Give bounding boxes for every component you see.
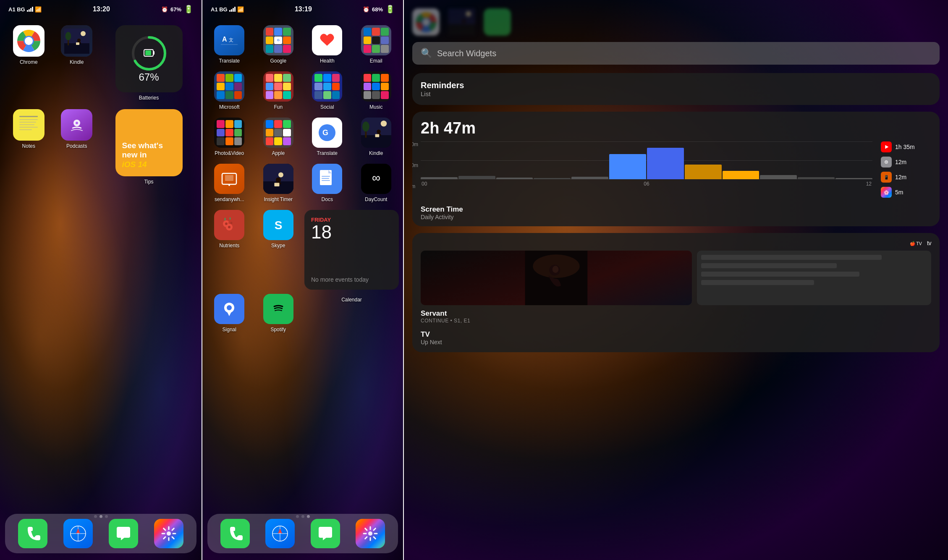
svg-point-3 xyxy=(25,37,33,45)
dock-messages-2[interactable] xyxy=(311,519,340,548)
app-health[interactable]: Health xyxy=(304,25,350,64)
app-google-folder[interactable]: G Google xyxy=(256,25,301,64)
chart-bars xyxy=(421,141,872,179)
app-notes[interactable]: Notes xyxy=(7,109,51,185)
calendar-widget[interactable]: FRIDAY 18 No more events today xyxy=(304,210,399,290)
svg-rect-58 xyxy=(225,175,233,181)
social-folder-icon xyxy=(312,71,342,102)
email-label: Email xyxy=(370,58,382,64)
app-signal[interactable]: Signal xyxy=(207,294,252,332)
svg-point-107 xyxy=(466,11,471,17)
app-spotify[interactable]: Spotify xyxy=(256,294,301,332)
st-app-youtube: 1h 35m xyxy=(881,141,931,152)
tv-widget-title: TV xyxy=(421,330,931,339)
battery-widget[interactable]: 67% xyxy=(115,25,183,92)
settings-time: 12m xyxy=(895,159,906,165)
svg-point-63 xyxy=(278,172,283,177)
screen-time-widget[interactable]: 2h 47m 60m 30m 0m xyxy=(412,112,940,226)
dock-phone[interactable] xyxy=(18,519,47,548)
screen-time-chart: 60m 30m 0m xyxy=(421,141,872,198)
tv-thumb-2[interactable] xyxy=(697,251,931,305)
app-nutrients[interactable]: Nutrients xyxy=(207,210,252,290)
app-music-folder[interactable]: Music xyxy=(354,71,399,110)
app-podcasts[interactable]: Podcasts xyxy=(55,109,99,185)
bar-9 xyxy=(760,175,797,179)
app-sendanywhere[interactable]: sendanywh... xyxy=(207,164,252,202)
app-social-folder[interactable]: Social xyxy=(304,71,350,110)
svg-point-111 xyxy=(886,162,887,162)
svg-rect-80 xyxy=(230,217,230,220)
app-daycount[interactable]: ∞ DayCount xyxy=(354,164,399,202)
row2-phone1: Notes Podcasts See what' xyxy=(7,109,195,185)
svg-line-99 xyxy=(374,537,375,539)
microsoft-folder-icon xyxy=(214,71,244,102)
svg-point-54 xyxy=(377,130,381,134)
st-app-photos: 🌸 5m xyxy=(881,187,931,198)
tips-line2: new in xyxy=(122,150,176,160)
app-photovideo-folder[interactable]: Photo&Video xyxy=(207,118,252,156)
svg-line-38 xyxy=(172,529,174,530)
reminders-widget[interactable]: Reminders List xyxy=(412,73,940,105)
app-chrome[interactable]: Chrome xyxy=(7,25,51,101)
youtube-icon xyxy=(881,141,892,152)
app-microsoft-folder[interactable]: Microsoft xyxy=(207,71,252,110)
tips-widget[interactable]: See what's new in iOS 14 xyxy=(115,109,183,176)
row4-phone2: sendanywh... Insight Timer xyxy=(207,164,399,202)
bar-8 xyxy=(723,171,759,179)
app-gtranslate[interactable]: G Translate xyxy=(304,118,350,156)
kindle-icon xyxy=(61,25,92,57)
app-translate[interactable]: A 文 Translate xyxy=(207,25,252,64)
email-folder-icon xyxy=(361,25,391,55)
app-insight-timer[interactable]: Insight Timer xyxy=(256,164,301,202)
status-bar-1: A1 BG 📶 13:20 ⏰ 67% 🔋 xyxy=(0,0,202,18)
svg-text:🍎 TV: 🍎 TV xyxy=(910,241,922,246)
x-labels: 00 06 12 xyxy=(421,181,872,187)
time-1: 13:20 xyxy=(93,5,110,13)
svg-point-59 xyxy=(228,184,230,186)
svg-point-9 xyxy=(65,32,71,40)
svg-line-36 xyxy=(164,529,165,530)
podcasts-icon xyxy=(61,109,92,141)
battery-percent-status-1: 67% xyxy=(170,6,181,13)
tv-widget[interactable]: 🍎 TV tv xyxy=(412,233,940,352)
row1-phone2: A 文 Translate G xyxy=(207,25,399,64)
phone-1: A1 BG 📶 13:20 ⏰ 67% 🔋 xyxy=(0,0,202,560)
app-skype[interactable]: S Skype xyxy=(256,210,301,290)
panel-chrome-icon xyxy=(412,8,440,36)
dock-photos[interactable] xyxy=(154,519,183,548)
alarm-icon-1: ⏰ xyxy=(161,6,168,13)
svg-marker-109 xyxy=(885,145,888,149)
nutrients-icon xyxy=(214,210,244,240)
row6-phone2: Signal Spotify Calendar xyxy=(207,294,399,332)
google-folder-icon: G xyxy=(263,25,293,55)
dock-safari-2[interactable] xyxy=(265,519,295,548)
x-label-00: 00 xyxy=(422,181,427,187)
app-kindle2[interactable]: Kindle xyxy=(354,118,399,156)
status-right-1: ⏰ 67% 🔋 xyxy=(161,5,193,14)
bar-5 xyxy=(609,154,646,179)
svg-point-108 xyxy=(462,19,466,23)
calendar-label-area: Calendar xyxy=(304,294,399,332)
search-bar[interactable]: 🔍 Search Widgets xyxy=(412,42,940,65)
app-docs[interactable]: Docs xyxy=(304,164,350,202)
svg-rect-22 xyxy=(19,124,34,125)
dock-phone-2[interactable] xyxy=(220,519,250,548)
screen-time-content: 2h 47m 60m 30m 0m xyxy=(412,112,940,205)
battery-ring xyxy=(130,34,168,72)
tv-show-info: Servant CONTINUE • S1, E1 xyxy=(412,305,940,330)
panel-top-apps xyxy=(412,4,940,42)
dock-photos-2[interactable] xyxy=(356,519,385,548)
dock-messages[interactable] xyxy=(109,519,138,548)
signal-label: Signal xyxy=(223,327,236,332)
svg-point-51 xyxy=(381,120,387,126)
app-kindle[interactable]: Kindle xyxy=(55,25,99,101)
notes-icon xyxy=(13,109,45,141)
svg-rect-19 xyxy=(19,116,38,117)
dock-safari[interactable] xyxy=(63,519,93,548)
app-email-folder[interactable]: Email xyxy=(354,25,399,64)
bar-1 xyxy=(458,176,495,179)
app-apple-folder[interactable]: Apple xyxy=(256,118,301,156)
app-fun-folder[interactable]: Fun xyxy=(256,71,301,110)
tv-thumb-servant[interactable] xyxy=(421,251,692,305)
apple-tv-brand: 🍎 TV tv xyxy=(909,240,931,246)
